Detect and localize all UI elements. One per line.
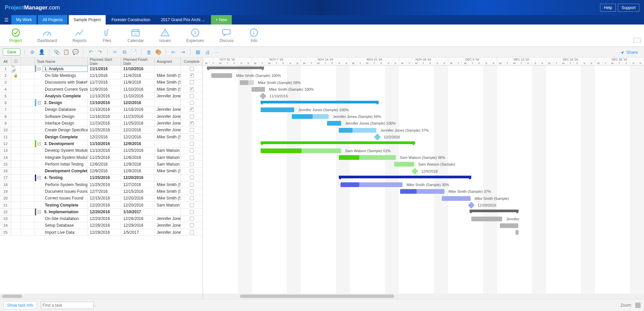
task-name-cell[interactable]: −3. Development [35, 140, 88, 147]
cut-icon[interactable]: ✂ [112, 49, 118, 55]
collapse-icon[interactable]: − [38, 142, 41, 145]
gantt-chart[interactable]: Mike Smith (Sample) 100%Mike Smith (Samp… [203, 65, 644, 294]
task-row[interactable]: 15Perform Initial Testing12/6/201612/9/2… [0, 161, 203, 168]
task-bar[interactable] [516, 230, 519, 235]
planned-start-cell[interactable]: 11/25/2016 [88, 154, 121, 161]
complete-cell[interactable] [181, 147, 203, 154]
task-bar[interactable]: Mike Smith (Sample) 100% [211, 73, 232, 78]
planned-start-cell[interactable]: 11/7/2016 [88, 79, 121, 86]
comment-icon[interactable]: 💬 [72, 49, 79, 55]
planned-finish-cell[interactable]: 12/9/2016 [121, 161, 155, 167]
planned-finish-cell[interactable]: 11/4/2016 [121, 72, 155, 79]
milestone[interactable] [374, 134, 381, 140]
complete-cell[interactable] [181, 188, 203, 194]
planned-finish-cell[interactable]: 1/10/2017 [121, 209, 155, 215]
view-info[interactable]: Info [249, 28, 259, 43]
task-name-cell[interactable]: On-Site Meetings [35, 72, 88, 79]
task-row[interactable]: 22−5. Implementation12/20/20161/10/2017 [0, 209, 203, 215]
task-name-cell[interactable]: Development Complete [35, 168, 88, 174]
task-row[interactable]: 12−3. Development11/10/201612/9/2016 [0, 140, 203, 147]
delete-icon[interactable]: 🗑 [146, 49, 152, 55]
planned-finish-cell[interactable]: 11/10/2016 [121, 93, 155, 99]
complete-cell[interactable] [181, 216, 203, 222]
task-bar[interactable]: Jennifer Jones (Sample) 100% [261, 107, 294, 112]
menu-icon[interactable]: ☰ [3, 15, 10, 25]
planned-finish-cell[interactable]: 12/20/2016 [121, 202, 155, 208]
complete-cell[interactable] [181, 229, 203, 235]
planned-finish-cell[interactable]: 11/16/2016 [121, 106, 155, 113]
task-name-cell[interactable]: Perform System Testing [35, 181, 88, 188]
task-row[interactable]: 11Design Complete12/2/201612/2/2016Mike … [0, 134, 203, 140]
task-row[interactable]: 21Testing Complete12/20/201612/20/2016Sa… [0, 202, 203, 209]
minimize-icon[interactable] [633, 38, 641, 43]
task-row[interactable]: 3Discussions with Stakeho11/7/201611/8/2… [0, 79, 203, 86]
task-name-cell[interactable]: Analysis Complete [35, 93, 88, 99]
task-row[interactable]: 14Integrate System Module11/25/201612/6/… [0, 154, 203, 161]
col-all[interactable]: All [0, 57, 11, 65]
gantt-hscroll[interactable] [203, 294, 644, 299]
task-name-cell[interactable]: Import Live Data [35, 229, 88, 235]
task-bar[interactable]: Sam Watson (Sample) 51% [261, 148, 341, 153]
milestone[interactable] [468, 202, 475, 209]
planned-finish-cell[interactable]: 12/20/2016 [121, 175, 155, 181]
complete-cell[interactable] [181, 222, 203, 229]
col-info-icon[interactable]: ⓘ [11, 57, 21, 65]
columns-icon[interactable]: ▦ [195, 49, 201, 55]
planned-finish-cell[interactable]: 12/7/2016 [121, 181, 155, 188]
task-name-cell[interactable]: Correct Issues Found [35, 195, 88, 202]
complete-checkbox[interactable] [190, 196, 194, 200]
task-row[interactable]: 6−2. Design11/10/201612/2/2016 [0, 99, 203, 106]
complete-checkbox[interactable] [190, 223, 194, 227]
grid-hscroll[interactable] [0, 294, 203, 299]
complete-cell[interactable] [181, 202, 203, 208]
tab-my-work[interactable]: My Work [11, 15, 37, 25]
view-discuss[interactable]: Discuss [219, 28, 233, 43]
complete-checkbox[interactable] [190, 176, 194, 180]
assigned-cell[interactable]: Mike Smith (Sa [155, 79, 181, 86]
planned-start-cell[interactable]: 12/2/2016 [88, 134, 121, 140]
planned-finish-cell[interactable]: 12/6/2016 [121, 154, 155, 161]
planned-start-cell[interactable]: 11/10/2016 [88, 93, 121, 99]
note-icon[interactable]: 📋 [63, 49, 69, 55]
task-bar[interactable]: Jennifer Jones (Sample) 37% [339, 128, 376, 133]
view-files[interactable]: Files [102, 28, 112, 43]
complete-checkbox[interactable] [190, 203, 194, 207]
task-name-cell[interactable]: −2. Design [35, 99, 88, 106]
paste-icon[interactable]: 📄 [130, 49, 137, 55]
task-row[interactable]: 9Interface Design11/23/201611/25/2016Jen… [0, 120, 203, 127]
task-bar[interactable]: Mike Smith (Sample) 37% [400, 189, 444, 194]
assigned-cell[interactable]: Mike Smith (Sa [155, 134, 181, 140]
help-button[interactable]: Help [600, 4, 616, 12]
assigned-cell[interactable]: Mike Smith (Sa [155, 195, 181, 202]
task-name-input[interactable] [43, 66, 87, 72]
complete-checkbox[interactable] [190, 230, 194, 234]
summary-bar[interactable] [261, 101, 379, 103]
task-name-cell[interactable]: Perform Initial Testing [35, 161, 88, 167]
planned-start-cell[interactable]: 12/15/2016 [88, 195, 121, 202]
assigned-cell[interactable]: Sam Watson (S [155, 154, 181, 161]
view-calendar[interactable]: 31Calendar [127, 28, 144, 43]
assigned-cell[interactable] [155, 209, 181, 215]
summary-bar[interactable] [470, 210, 519, 212]
assigned-cell[interactable]: Jennifer Jones [155, 222, 181, 229]
tab-all-projects[interactable]: All Projects [38, 15, 67, 25]
planned-finish-cell[interactable]: 12/2/2016 [121, 134, 155, 140]
planned-start-cell[interactable]: 11/9/2016 [88, 86, 121, 92]
task-name-cell[interactable]: On-Site Installation [35, 216, 88, 222]
task-name-cell[interactable]: Integrate System Module [35, 154, 88, 161]
complete-checkbox[interactable] [190, 115, 194, 119]
view-project[interactable]: Project [9, 28, 22, 43]
planned-start-cell[interactable]: 12/20/2016 [88, 216, 121, 222]
complete-checkbox[interactable] [190, 148, 194, 152]
complete-cell[interactable] [181, 65, 203, 72]
view-expenses[interactable]: $Expenses [186, 28, 204, 43]
task-name-cell[interactable]: Interface Design [35, 120, 88, 126]
planned-start-cell[interactable]: 11/25/2016 [88, 127, 121, 133]
planned-finish-cell[interactable]: 12/20/2016 [121, 195, 155, 202]
col-assigned[interactable]: Assigned [155, 57, 181, 65]
summary-bar[interactable] [339, 176, 471, 178]
col-task-name[interactable]: Task Name [35, 57, 88, 65]
complete-checkbox[interactable] [190, 80, 194, 84]
complete-checkbox[interactable] [190, 169, 194, 173]
task-row[interactable]: 23On-Site Installation12/20/201612/26/20… [0, 216, 203, 222]
